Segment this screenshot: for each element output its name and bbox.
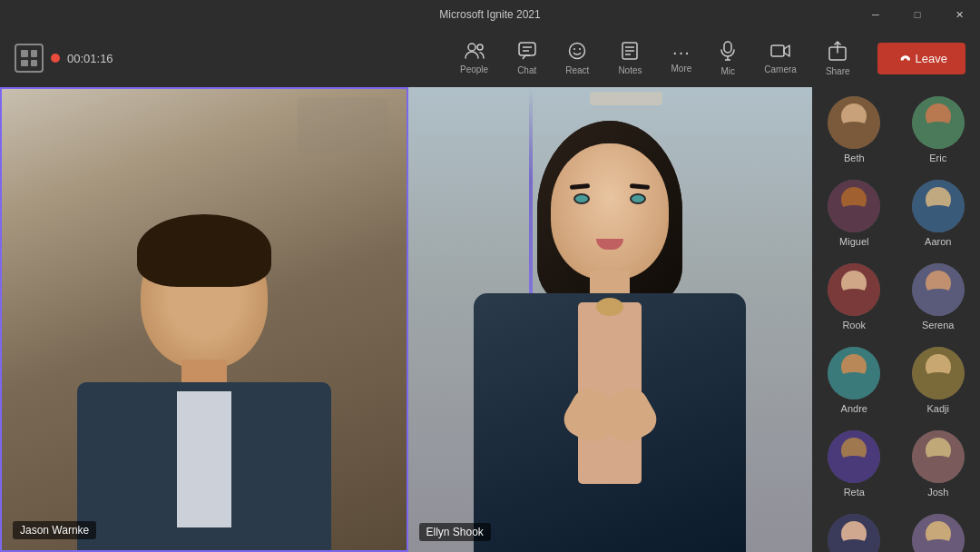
participant-cell[interactable]: Serena xyxy=(897,254,981,338)
svg-rect-12 xyxy=(724,42,731,53)
participant-cell[interactable]: Jessica xyxy=(897,505,981,552)
maximize-button[interactable]: □ xyxy=(897,0,938,29)
participant-cell[interactable]: Josh xyxy=(897,421,981,505)
mic-icon xyxy=(720,41,735,64)
share-icon xyxy=(828,41,847,64)
notes-label: Notes xyxy=(618,65,642,75)
window-title: Microsoft Ignite 2021 xyxy=(439,8,540,21)
react-label: React xyxy=(565,65,589,75)
more-label: More xyxy=(671,64,692,74)
recording-timer: 00:01:16 xyxy=(67,52,113,65)
participant-name: Rook xyxy=(842,320,866,330)
chat-button[interactable]: Chat xyxy=(505,36,549,81)
toolbar: 00:01:16 People xyxy=(0,29,980,87)
more-button[interactable]: ··· More xyxy=(659,37,705,79)
participant-name: Reta xyxy=(844,487,865,498)
svg-rect-15 xyxy=(771,45,784,56)
leave-button[interactable]: Leave xyxy=(877,43,965,74)
participants-sidebar: Beth Eric Miguel Aaron Rook Serena Andre xyxy=(812,87,980,552)
window-controls: ─ □ ✕ xyxy=(855,0,980,29)
participant-cell[interactable]: Aaron xyxy=(897,171,981,254)
participant-name: Andre xyxy=(841,403,867,414)
svg-point-5 xyxy=(570,43,585,58)
participant-name: Miguel xyxy=(839,236,868,247)
minimize-button[interactable]: ─ xyxy=(855,0,897,29)
mic-button[interactable]: Mic xyxy=(708,35,748,82)
share-button[interactable]: Share xyxy=(813,35,863,82)
video-panel-right: Ellyn Shook xyxy=(408,87,813,552)
svg-point-1 xyxy=(477,44,483,50)
participant-cell[interactable]: Rook xyxy=(812,254,897,338)
leave-label: Leave xyxy=(916,52,947,65)
titlebar: Microsoft Ignite 2021 ─ □ ✕ xyxy=(0,0,980,29)
participant-cell[interactable]: Eric xyxy=(897,87,981,171)
participant-cell[interactable]: Kadji xyxy=(897,338,981,421)
mic-label: Mic xyxy=(721,66,736,76)
recording-info: 00:01:16 xyxy=(15,44,113,73)
layout-icon[interactable] xyxy=(15,44,44,73)
name-tag-left: Jason Warnke xyxy=(13,521,96,539)
toolbar-actions: People Chat Reac xyxy=(447,35,863,82)
participant-name: Serena xyxy=(922,320,954,330)
react-icon xyxy=(568,42,586,63)
notes-button[interactable]: Notes xyxy=(605,36,654,81)
camera-button[interactable]: Camera xyxy=(751,37,809,80)
leave-phone-icon xyxy=(891,47,914,70)
main-video-area: Jason Warnke xyxy=(0,87,812,552)
participant-cell[interactable]: Lila xyxy=(812,505,897,552)
participant-cell[interactable]: Beth xyxy=(812,87,897,171)
participant-name: Josh xyxy=(927,487,948,498)
svg-rect-2 xyxy=(519,43,535,55)
camera-icon xyxy=(770,43,790,62)
close-button[interactable]: ✕ xyxy=(938,0,980,29)
more-icon: ··· xyxy=(672,43,691,61)
participant-name: Kadji xyxy=(927,403,949,414)
video-panel-left: Jason Warnke xyxy=(0,87,408,552)
notes-icon xyxy=(622,42,638,63)
participant-name: Eric xyxy=(929,153,946,163)
participant-name: Beth xyxy=(844,153,865,163)
participant-name: Aaron xyxy=(925,236,951,247)
chat-label: Chat xyxy=(517,65,536,75)
svg-point-0 xyxy=(468,44,475,51)
react-button[interactable]: React xyxy=(553,36,602,81)
people-button[interactable]: People xyxy=(447,37,501,80)
recording-indicator xyxy=(51,54,60,63)
share-label: Share xyxy=(826,66,850,76)
participant-cell[interactable]: Reta xyxy=(812,421,897,505)
name-tag-right: Ellyn Shook xyxy=(419,523,491,541)
svg-point-7 xyxy=(579,48,581,50)
svg-point-6 xyxy=(573,48,575,50)
people-icon xyxy=(465,43,485,62)
participant-cell[interactable]: Andre xyxy=(812,338,897,421)
participant-cell[interactable]: Miguel xyxy=(812,171,897,254)
chat-icon xyxy=(518,42,536,63)
camera-label: Camera xyxy=(764,64,797,74)
people-label: People xyxy=(460,64,488,74)
